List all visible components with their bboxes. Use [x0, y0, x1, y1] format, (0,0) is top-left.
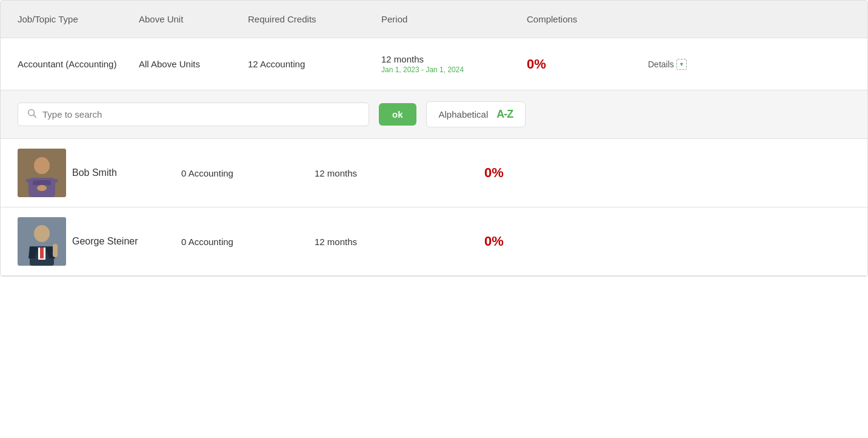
cursor-placeholder [692, 61, 728, 68]
svg-rect-13 [40, 248, 44, 258]
col-job-type: Job/Topic Type [13, 10, 134, 28]
svg-line-1 [33, 115, 36, 117]
bob-completions: 0% [460, 165, 581, 181]
george-credits: 0 Accounting [157, 237, 302, 247]
job-type-cell: Accountant (Accounting) [13, 55, 134, 73]
svg-point-8 [37, 185, 47, 191]
svg-rect-5 [33, 180, 51, 185]
completions-pct: 0% [527, 56, 546, 72]
details-cell[interactable]: Details [643, 55, 692, 73]
sort-label: Alphabetical [439, 109, 489, 120]
search-input[interactable] [42, 109, 360, 120]
details-dropdown-icon[interactable] [676, 59, 687, 70]
bob-credits: 0 Accounting [157, 168, 302, 178]
col-actions [643, 10, 692, 28]
period-cell: 12 months Jan 1, 2023 - Jan 1, 2024 [376, 50, 522, 78]
bob-avatar [18, 149, 66, 197]
col-above-unit: Above Unit [134, 10, 243, 28]
sort-box[interactable]: Alphabetical A-Z [426, 101, 526, 127]
completions-cell: 0% [522, 53, 643, 76]
table-header: Job/Topic Type Above Unit Required Credi… [1, 1, 867, 38]
svg-rect-7 [50, 179, 58, 183]
george-completions: 0% [460, 234, 581, 249]
svg-point-10 [34, 225, 50, 242]
ok-button[interactable]: ok [379, 103, 416, 126]
george-period: 12 months [302, 237, 460, 247]
george-avatar [18, 217, 66, 266]
bob-avatar-col [18, 149, 72, 197]
period-label: 12 months [381, 54, 517, 64]
george-avatar-col [18, 217, 72, 266]
col-period: Period [376, 10, 522, 28]
person-row-george: George Steiner 0 Accounting 12 months 0% [1, 207, 867, 276]
main-table: Job/Topic Type Above Unit Required Credi… [0, 0, 868, 277]
search-icon [27, 108, 38, 121]
bob-name: Bob Smith [72, 166, 157, 180]
george-name: George Steiner [72, 235, 157, 248]
col-required-credits: Required Credits [243, 10, 376, 28]
person-row-bob: Bob Smith 0 Accounting 12 months 0% [1, 139, 867, 207]
search-box[interactable] [18, 103, 369, 126]
job-row: Accountant (Accounting) All Above Units … [1, 38, 867, 90]
details-button[interactable]: Details [648, 59, 687, 70]
search-row: ok Alphabetical A-Z [1, 90, 867, 139]
period-date: Jan 1, 2023 - Jan 1, 2024 [381, 66, 517, 74]
svg-point-3 [34, 157, 50, 174]
svg-rect-17 [53, 244, 58, 251]
required-credits-cell: 12 Accounting [243, 55, 376, 73]
az-icon: A-Z [496, 108, 513, 121]
svg-rect-6 [26, 179, 33, 183]
col-completions: Completions [522, 10, 643, 28]
details-label: Details [648, 59, 674, 69]
bob-period: 12 months [302, 168, 460, 178]
above-unit-cell: All Above Units [134, 55, 243, 73]
